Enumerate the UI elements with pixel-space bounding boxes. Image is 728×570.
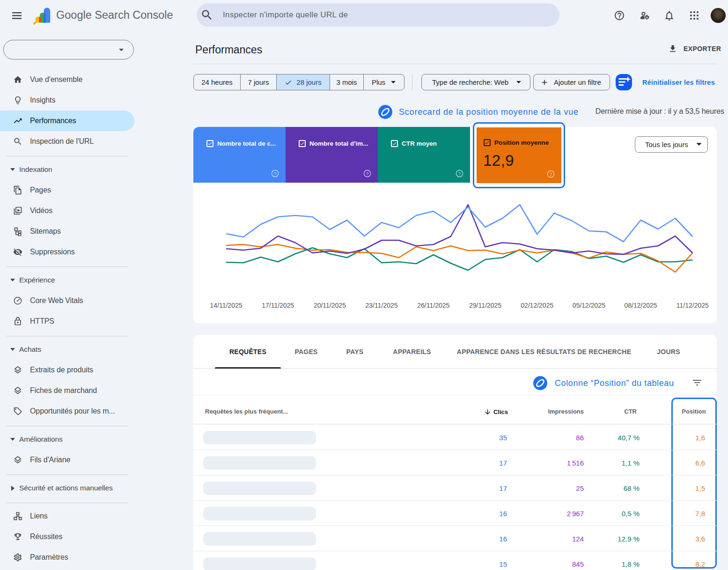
- svg-text:11/12/2025: 11/12/2025: [677, 302, 709, 309]
- svg-text:?: ?: [550, 172, 552, 177]
- svg-text:08/12/2025: 08/12/2025: [625, 302, 657, 309]
- svg-text:17/11/2025: 17/11/2025: [262, 302, 294, 309]
- svg-text:14/11/2025: 14/11/2025: [210, 302, 242, 309]
- svg-text:?: ?: [274, 171, 276, 176]
- svg-text:?: ?: [458, 171, 461, 176]
- svg-text:20/11/2025: 20/11/2025: [314, 302, 346, 309]
- svg-text:23/11/2025: 23/11/2025: [366, 302, 398, 309]
- svg-text:02/12/2025: 02/12/2025: [521, 302, 553, 309]
- svg-text:29/11/2025: 29/11/2025: [469, 302, 501, 309]
- svg-text:05/12/2025: 05/12/2025: [573, 302, 605, 309]
- svg-text:?: ?: [366, 171, 368, 176]
- svg-text:26/11/2025: 26/11/2025: [417, 302, 449, 309]
